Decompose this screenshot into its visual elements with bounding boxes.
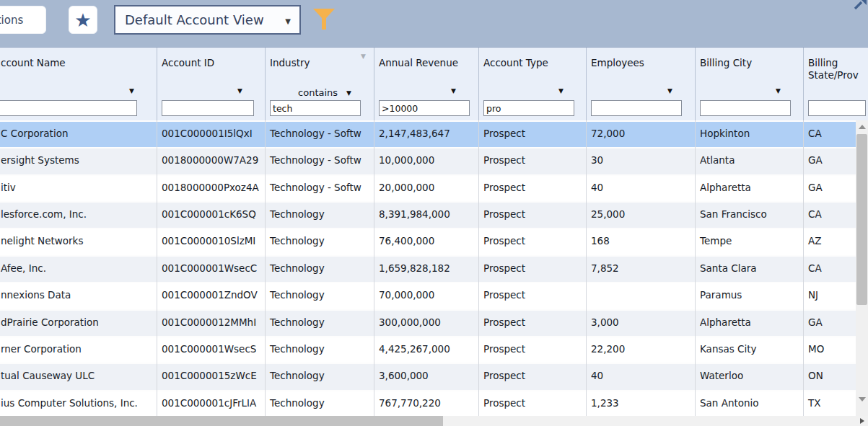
cell-industry: Technology - Softw	[266, 148, 373, 174]
cell-employees: 25,000	[587, 203, 694, 228]
column-title: Annual Revenue	[374, 48, 478, 69]
cell-name: rner Corporation	[0, 337, 156, 363]
column-header-type[interactable]: Account Type▼	[479, 48, 585, 120]
filter-operator-row: ▼	[129, 87, 134, 94]
filter-input-id[interactable]	[162, 100, 254, 116]
cell-name: nnexions Data	[0, 283, 156, 309]
filter-operator-row: ▼	[667, 87, 672, 94]
filter-input-revenue[interactable]	[379, 100, 470, 116]
cell-type: Prospect	[479, 122, 585, 147]
horizontal-scrollbar[interactable]	[0, 416, 868, 426]
cell-industry: Technology	[266, 311, 373, 336]
filter-active-icon: ▼	[361, 53, 366, 60]
filter-operator-dropdown-icon[interactable]: ▼	[346, 89, 351, 97]
cell-type: Prospect	[479, 148, 585, 174]
vertical-scrollbar-thumb[interactable]	[856, 134, 867, 305]
table-row[interactable]: itiv0018000000Pxoz4ATechnology - Softw20…	[0, 174, 856, 201]
filter-funnel-icon[interactable]	[312, 8, 336, 35]
table-row[interactable]: ius Computer Solutions, Inc.001C000001cJ…	[0, 390, 856, 417]
cell-name: ersight Systems	[0, 148, 156, 174]
filter-input-type[interactable]	[483, 100, 574, 116]
cell-id: 001C000001cK6SQ	[157, 203, 264, 228]
star-icon: ★	[74, 11, 91, 30]
cell-revenue: 3,600,000	[374, 364, 478, 389]
table-row[interactable]: lesforce.com, Inc.001C000001cK6SQTechnol…	[0, 201, 856, 228]
cell-id: 001C000001I5lQxI	[157, 122, 264, 147]
cell-state: TX	[804, 391, 856, 417]
column-header-id[interactable]: Account ID▼	[157, 48, 264, 120]
filter-operator-dropdown-icon[interactable]: ▼	[776, 87, 781, 94]
column-divider	[803, 120, 804, 417]
cell-industry: Technology	[266, 283, 373, 309]
column-header-employees[interactable]: Employees▼	[587, 48, 694, 120]
filter-operator-dropdown-icon[interactable]: ▼	[237, 87, 242, 94]
cell-city: Waterloo	[696, 364, 802, 389]
cell-city: San Francisco	[696, 203, 802, 228]
cell-type: Prospect	[479, 203, 585, 228]
filter-input-state[interactable]	[808, 100, 866, 116]
column-header-city[interactable]: Billing City▼	[696, 48, 802, 120]
cell-type: Prospect	[479, 229, 585, 254]
table-row[interactable]: nnexions Data001C000001ZndOVTechnology70…	[0, 282, 856, 309]
cell-city: Hopkinton	[696, 122, 802, 147]
cell-revenue: 1,659,828,182	[374, 257, 478, 282]
cell-name: dPrairie Corporation	[0, 311, 156, 336]
cell-city: Alpharetta	[696, 311, 802, 336]
table-row[interactable]: C Corporation001C000001I5lQxITechnology …	[0, 120, 856, 147]
scroll-down-arrow-icon[interactable]	[859, 397, 866, 401]
filter-input-city[interactable]	[700, 100, 791, 116]
column-header-state[interactable]: Billing State/Prov	[804, 48, 856, 120]
expand-arrow-icon[interactable]	[853, 0, 867, 13]
cell-id: 001C000001WsecS	[157, 337, 264, 363]
cell-employees: 72,000	[587, 122, 694, 147]
filter-input-employees[interactable]	[591, 100, 682, 116]
table-row[interactable]: nelight Networks001C0000010SlzMITechnolo…	[0, 228, 856, 254]
column-header-industry[interactable]: Industry▼contains▼	[266, 48, 373, 120]
cell-state: ON	[804, 364, 856, 389]
cell-city: Atlanta	[696, 148, 802, 174]
filter-operator-label: contains	[298, 87, 338, 98]
filter-operator-row: ▼	[558, 87, 564, 94]
column-header-revenue[interactable]: Annual Revenue▼	[374, 48, 478, 120]
filter-input-industry[interactable]	[270, 100, 361, 116]
table-row[interactable]: rner Corporation001C000001WsecSTechnolog…	[0, 336, 856, 363]
scroll-right-arrow-icon[interactable]	[860, 418, 864, 424]
cell-industry: Technology	[266, 229, 373, 254]
table-row[interactable]: tual Causeway ULC001C0000015zWcETechnolo…	[0, 363, 856, 389]
table-row[interactable]: Afee, Inc.001C000001WsecCTechnology1,659…	[0, 255, 856, 282]
cell-employees: 3,000	[587, 311, 694, 336]
filter-input-name[interactable]	[0, 100, 137, 116]
cell-state: GA	[804, 176, 856, 201]
account-view-dropdown[interactable]: Default Account View ▼	[114, 5, 301, 35]
filter-operator-dropdown-icon[interactable]: ▼	[129, 87, 134, 94]
cell-state: CA	[804, 203, 856, 228]
cell-id: 0018000000Pxoz4A	[157, 176, 264, 201]
cell-id: 001C0000015zWcE	[157, 364, 264, 389]
column-divider	[695, 120, 696, 417]
cell-revenue: 300,000,000	[374, 311, 478, 336]
filter-operator-dropdown-icon[interactable]: ▼	[558, 87, 564, 94]
actions-button[interactable]: tions	[0, 6, 46, 34]
toolbar: tions ★ Default Account View ▼	[0, 0, 868, 47]
cell-revenue: 70,000,000	[374, 283, 478, 309]
grid-rows: C Corporation001C000001I5lQxITechnology …	[0, 120, 856, 417]
cell-revenue: 2,147,483,647	[374, 122, 478, 147]
vertical-scrollbar[interactable]	[856, 120, 868, 417]
filter-operator-dropdown-icon[interactable]: ▼	[451, 87, 456, 94]
cell-state: MO	[804, 337, 856, 363]
favorite-button[interactable]: ★	[69, 6, 97, 34]
cell-name: lesforce.com, Inc.	[0, 203, 156, 228]
column-title: Billing State/Prov	[804, 48, 856, 81]
cell-employees: 30	[587, 148, 694, 174]
horizontal-scrollbar-thumb[interactable]	[0, 416, 443, 426]
table-row[interactable]: dPrairie Corporation001C0000012MMhITechn…	[0, 309, 856, 336]
cell-name: tual Causeway ULC	[0, 364, 156, 389]
cell-employees	[587, 283, 694, 309]
column-header-name[interactable]: ccount Name▼	[0, 48, 156, 120]
column-title: Account ID	[157, 48, 264, 69]
filter-operator-dropdown-icon[interactable]: ▼	[667, 87, 672, 94]
table-row[interactable]: ersight Systems0018000000W7A29Technology…	[0, 147, 856, 174]
cell-name: ius Computer Solutions, Inc.	[0, 391, 156, 417]
scroll-up-arrow-icon[interactable]	[859, 125, 866, 129]
cell-city: San Antonio	[696, 391, 802, 417]
